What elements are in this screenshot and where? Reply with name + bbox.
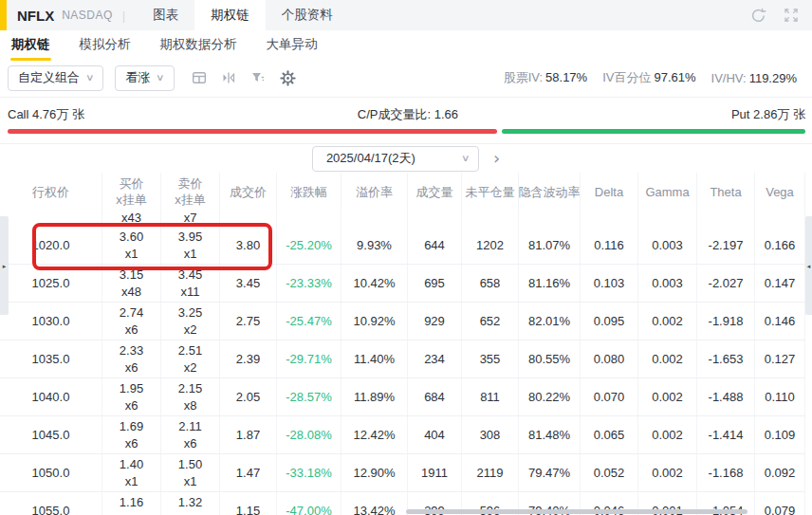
options-chain-app: NFLX NASDAQ | 图表期权链个股资料 期权链模拟分析期权数据分析大单异…: [0, 0, 812, 515]
strike-value: 1020.0: [32, 238, 70, 252]
column-header: 溢价率: [341, 173, 408, 211]
sub-tab[interactable]: 大单异动: [265, 33, 320, 56]
gear-icon[interactable]: [280, 70, 296, 86]
table-row[interactable]: 1020.0 3.60x1 3.95x1 3.80 -25.20% 9.93% …: [0, 227, 805, 265]
direction-select-button[interactable]: 看涨 ∨: [115, 65, 174, 91]
open-interest-cell: 1202: [462, 227, 519, 264]
stock-iv-value: 58.17%: [545, 70, 587, 84]
right-panel-handle[interactable]: ◂: [805, 216, 812, 315]
vega-value: 0.166: [765, 238, 796, 252]
left-panel-handle[interactable]: ▸: [0, 216, 9, 315]
last-price: 1.47: [236, 466, 260, 480]
refresh-icon[interactable]: [750, 8, 766, 24]
next-expiry-button[interactable]: ›: [493, 150, 500, 167]
change-value: -25.20%: [286, 238, 331, 252]
strike-cell: 1030.0: [0, 303, 102, 340]
bid-price: 2.74: [120, 304, 143, 322]
gamma-cell: [638, 211, 697, 227]
table-row[interactable]: 1050.0 1.40x1 1.50x1 1.47 -33.18% 12.90%…: [0, 454, 805, 492]
mirror-layout-icon[interactable]: [221, 70, 236, 85]
open-interest-cell: 2119: [462, 454, 519, 491]
top-tab-bar: 图表期权链个股资料: [137, 0, 349, 30]
chevron-down-icon: ∨: [85, 73, 95, 83]
bid-cell[interactable]: 1.16: [102, 492, 161, 515]
table-row[interactable]: 1025.0 3.15x48 3.45x11 3.45 -23.33% 10.4…: [0, 265, 805, 303]
ask-cell: x7: [161, 211, 220, 227]
gamma-cell: 0.002: [638, 416, 697, 453]
filter-icon[interactable]: [250, 70, 266, 85]
premium-value: 9.93%: [357, 238, 392, 252]
bid-size: x6: [125, 435, 138, 452]
sub-tab[interactable]: 期权数据分析: [158, 33, 239, 56]
open-interest-value: 652: [480, 314, 501, 328]
bid-cell[interactable]: 3.15x48: [102, 265, 161, 302]
iv-cell: [519, 211, 581, 227]
bid-cell[interactable]: 1.69x6: [102, 416, 161, 453]
delta-cell: [581, 211, 638, 227]
bid-cell[interactable]: 3.60x1: [102, 227, 161, 264]
table-row[interactable]: 1030.0 2.74x6 3.25x2 2.75 -25.47% 10.92%…: [0, 303, 805, 340]
theta-cell: -1.488: [697, 378, 755, 415]
last-price: 2.05: [236, 390, 260, 404]
open-interest-value: 308: [480, 428, 501, 442]
expiry-date-row: 2025/04/17(2天) ∨ ›: [0, 144, 812, 173]
iv-value: 81.48%: [528, 428, 570, 442]
open-interest-cell: 652: [462, 303, 519, 340]
horizontal-scrollbar[interactable]: [406, 509, 747, 514]
delta-cell: 0.052: [581, 454, 638, 491]
strike-value: 1045.0: [32, 428, 70, 442]
ask-cell[interactable]: 2.15x8: [161, 378, 220, 415]
bid-cell: x43: [102, 211, 161, 227]
sub-tab[interactable]: 期权链: [9, 33, 52, 56]
top-tab[interactable]: 期权链: [194, 0, 266, 30]
iv-percentile-label: IV百分位: [602, 70, 651, 84]
column-header-line1: Theta: [710, 184, 741, 200]
ask-size: x1: [184, 246, 197, 263]
last-price: 3.80: [236, 238, 260, 252]
theta-cell: -1.414: [697, 416, 755, 453]
ask-cell[interactable]: 3.95x1: [161, 227, 220, 264]
vega-cell: 0.146: [755, 303, 805, 340]
change-cell: -28.57%: [277, 378, 341, 415]
ask-cell[interactable]: 1.32: [161, 492, 220, 515]
gamma-cell: 0.002: [638, 378, 697, 415]
volume-cell: 234: [408, 340, 462, 377]
bid-cell[interactable]: 2.33x6: [102, 340, 161, 377]
delta-cell: 0.103: [581, 265, 638, 302]
board-view-icon[interactable]: [192, 70, 207, 85]
fullscreen-icon[interactable]: [784, 8, 799, 23]
cp-ratio-value: 1.66: [434, 107, 458, 121]
bid-cell[interactable]: 2.74x6: [102, 303, 161, 340]
column-header: Vega: [755, 173, 805, 211]
column-header-line1: 买价: [120, 175, 144, 192]
table-row[interactable]: 1035.0 2.33x6 2.51x2 2.39 -29.71% 11.40%…: [0, 340, 805, 378]
table-row[interactable]: 1040.0 1.95x6 2.15x8 2.05 -28.57% 11.89%…: [0, 378, 805, 416]
column-header-line1: 涨跌幅: [290, 184, 327, 200]
ask-cell[interactable]: 2.11x6: [161, 416, 220, 453]
iv-hv-label: IV/HV:: [711, 71, 747, 85]
bid-cell[interactable]: 1.95x6: [102, 378, 161, 415]
column-header-line1: 成交价: [230, 184, 267, 200]
table-row[interactable]: 1045.0 1.69x6 2.11x6 1.87 -28.08% 12.42%…: [0, 416, 805, 454]
custom-combo-button[interactable]: 自定义组合 ∨: [8, 65, 103, 91]
ask-cell[interactable]: 2.51x2: [161, 340, 220, 377]
top-tab[interactable]: 个股资料: [266, 0, 349, 30]
ask-cell[interactable]: 1.50x1: [161, 454, 220, 491]
ask-cell[interactable]: 3.25x2: [161, 303, 220, 340]
top-tab-label: 个股资料: [282, 8, 333, 22]
table-header: 行权价 买价 x挂单 卖价 x挂单 成交价 涨跌幅 溢价率 成交量 未平仓量 隐…: [0, 173, 805, 211]
bid-price: 1.95: [120, 380, 143, 397]
call-put-bar: [8, 129, 805, 134]
sub-tab[interactable]: 模拟分析: [78, 33, 133, 56]
top-tab[interactable]: 图表: [137, 0, 194, 30]
delta-cell: 0.065: [581, 416, 638, 453]
expiry-select[interactable]: 2025/04/17(2天) ∨: [312, 146, 479, 172]
column-header-line2: x挂单: [175, 192, 206, 208]
ask-cell[interactable]: 3.45x11: [161, 265, 220, 302]
toolbar-icons: [192, 70, 296, 86]
gamma-cell: 0.002: [638, 340, 697, 377]
premium-cell: 9.93%: [341, 227, 408, 264]
change-cell: -33.18%: [277, 454, 341, 491]
bid-cell[interactable]: 1.40x1: [102, 454, 161, 491]
partial-top-row[interactable]: x43 x7: [0, 211, 805, 227]
